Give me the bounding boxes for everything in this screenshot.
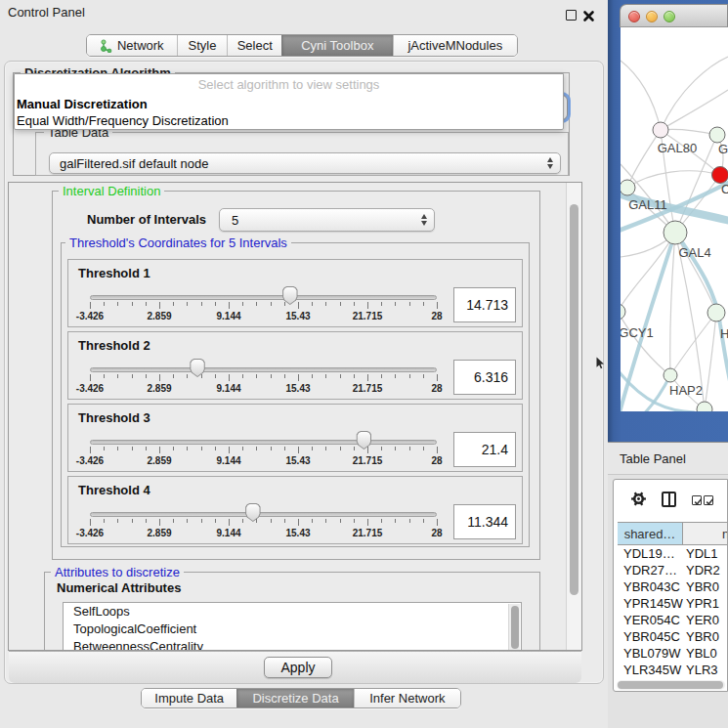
cell-name[interactable]: YPR1 bbox=[683, 595, 727, 612]
table-hscrollbar[interactable] bbox=[617, 680, 725, 690]
network-canvas[interactable]: GAL80 G C GAL11 GAL4 GCY1 H HAP2 bbox=[621, 27, 728, 411]
close-traffic-light[interactable] bbox=[628, 11, 640, 22]
num-intervals-combobox[interactable]: 5 bbox=[219, 208, 435, 232]
tick-label: 28 bbox=[431, 528, 442, 538]
cell-name[interactable]: YLR3 bbox=[683, 662, 727, 678]
list-item[interactable]: TopologicalCoefficient bbox=[64, 621, 521, 638]
node-hap2[interactable] bbox=[664, 368, 677, 382]
tab-style[interactable]: Style bbox=[177, 35, 228, 56]
cell-shared-name[interactable]: YLR345W bbox=[618, 662, 683, 678]
popup-hint: Select algorithm to view settings bbox=[15, 77, 563, 92]
table-rows: YDL19…YDL1YDR27…YDR2YBR043CYBR0YPR145WYP… bbox=[618, 545, 727, 687]
checkbox-icon[interactable] bbox=[692, 495, 702, 505]
checkbox-icon[interactable] bbox=[704, 495, 713, 505]
tab-discretize-data[interactable]: Discretize Data bbox=[236, 689, 353, 707]
tab-infer-network[interactable]: Infer Network bbox=[354, 689, 460, 707]
slider-track[interactable] bbox=[90, 295, 437, 300]
float-window-icon[interactable] bbox=[566, 10, 577, 21]
table-row[interactable]: YDL19…YDL1 bbox=[618, 545, 727, 562]
node-table: shared… na YDL19…YDL1YDR27…YDR2YBR043CYB… bbox=[613, 479, 728, 692]
popup-option-manual[interactable]: Manual Discretization bbox=[17, 95, 561, 112]
tick-label: -3.426 bbox=[76, 383, 104, 394]
table-row[interactable]: YPR145WYPR1 bbox=[618, 595, 727, 612]
apply-button[interactable]: Apply bbox=[264, 657, 332, 678]
table-row[interactable]: YBR045CYBR0 bbox=[618, 628, 727, 645]
network-graph: GAL80 G C GAL11 GAL4 GCY1 H HAP2 bbox=[621, 27, 728, 411]
threshold-value-input[interactable]: 14.713 bbox=[453, 287, 516, 322]
table-row[interactable]: YLR345WYLR3 bbox=[618, 662, 727, 678]
list-scrollbar[interactable] bbox=[508, 604, 520, 651]
split-panel-icon[interactable] bbox=[662, 492, 676, 507]
cell-name[interactable]: YBL0 bbox=[683, 645, 727, 662]
slider-ticks bbox=[90, 447, 437, 454]
tab-cyni-toolbox[interactable]: Cyni Toolbox bbox=[281, 35, 392, 56]
node-g[interactable] bbox=[709, 127, 725, 143]
node-gal80[interactable] bbox=[653, 122, 668, 138]
cell-shared-name[interactable]: YDR27… bbox=[618, 562, 683, 578]
list-item[interactable]: SelfLoops bbox=[64, 603, 521, 621]
table-row[interactable]: YER054CYER0 bbox=[618, 612, 727, 628]
tab-impute-data[interactable]: Impute Data bbox=[142, 689, 236, 707]
zoom-traffic-light[interactable] bbox=[664, 11, 675, 22]
network-window-titlebar[interactable] bbox=[620, 4, 728, 27]
column-header-name[interactable]: na bbox=[683, 523, 727, 544]
minimize-traffic-light[interactable] bbox=[646, 11, 658, 22]
threshold-slider[interactable]: -3.4262.8599.14415.4321.71528 bbox=[90, 477, 437, 545]
column-header-shared-name[interactable]: shared… bbox=[618, 523, 683, 544]
table-row[interactable]: YDR27…YDR2 bbox=[618, 562, 727, 578]
tick-label: 28 bbox=[431, 383, 442, 394]
cell-name[interactable]: YER0 bbox=[683, 612, 727, 628]
settings-scrollbar-thumb[interactable] bbox=[570, 204, 578, 595]
node-h[interactable] bbox=[707, 304, 725, 321]
cell-name[interactable]: YBR0 bbox=[683, 578, 727, 595]
table-row[interactable]: YBR043CYBR0 bbox=[618, 578, 727, 595]
tick-label: 2.859 bbox=[147, 528, 171, 538]
node-gal11[interactable] bbox=[621, 180, 635, 195]
cell-shared-name[interactable]: YBR043C bbox=[618, 578, 683, 595]
slider-tick-labels: -3.4262.8599.14415.4321.71528 bbox=[90, 311, 437, 322]
close-icon[interactable] bbox=[582, 9, 595, 21]
tab-select[interactable]: Select bbox=[227, 35, 281, 56]
threshold-value-input[interactable]: 21.4 bbox=[453, 432, 516, 467]
cell-shared-name[interactable]: YBR045C bbox=[618, 628, 683, 645]
cell-name[interactable]: YBR0 bbox=[683, 628, 727, 645]
cell-shared-name[interactable]: YER054C bbox=[618, 612, 683, 628]
table-row[interactable]: YBL079WYBL0 bbox=[618, 645, 727, 662]
threshold-slider[interactable]: -3.4262.8599.14415.4321.71528 bbox=[90, 405, 437, 473]
node-gcy1[interactable] bbox=[621, 304, 625, 320]
threshold-slider[interactable]: -3.4262.8599.14415.4321.71528 bbox=[90, 332, 437, 401]
thresholds-group: Threshold's Coordinates for 5 Intervals … bbox=[61, 242, 530, 547]
slider-tick-labels: -3.4262.8599.14415.4321.71528 bbox=[90, 528, 437, 539]
attributes-group: Attributes to discretize Numerical Attri… bbox=[44, 572, 540, 651]
threshold-value-input[interactable]: 11.344 bbox=[453, 504, 516, 539]
tab-network[interactable]: Network bbox=[87, 35, 177, 56]
cell-name[interactable]: YDR2 bbox=[683, 562, 727, 578]
table-data-combobox[interactable]: galFiltered.sif default node bbox=[49, 152, 561, 174]
tick-label: 9.144 bbox=[216, 528, 240, 538]
slider-track[interactable] bbox=[90, 440, 437, 445]
gear-icon[interactable] bbox=[630, 491, 647, 511]
settings-scrollbar[interactable] bbox=[566, 183, 581, 650]
tick-label: 15.43 bbox=[285, 528, 310, 538]
list-scrollbar-thumb[interactable] bbox=[511, 606, 519, 649]
tab-label: Infer Network bbox=[369, 691, 445, 706]
list-item[interactable]: BetweennessCentrality bbox=[64, 638, 521, 651]
cell-shared-name[interactable]: YBL079W bbox=[618, 645, 683, 662]
cell-name[interactable]: YDL1 bbox=[683, 545, 727, 562]
slider-track[interactable] bbox=[90, 367, 437, 372]
numerical-attributes-label: Numerical Attributes bbox=[57, 580, 181, 595]
threshold-slider[interactable]: -3.4262.8599.14415.4321.71528 bbox=[90, 260, 437, 328]
tab-jactivemnodules[interactable]: jActiveMNodules bbox=[393, 35, 517, 56]
cell-shared-name[interactable]: YPR145W bbox=[618, 595, 683, 612]
slider-track[interactable] bbox=[90, 512, 437, 517]
popup-option-equal-width[interactable]: Equal Width/Frequency Discretization bbox=[17, 111, 561, 129]
node-bottom[interactable] bbox=[697, 402, 712, 411]
table-hscrollbar-thumb[interactable] bbox=[618, 681, 723, 689]
threshold-row: Threshold 1 -3.4262.8599.14415.4321.7152… bbox=[67, 259, 523, 327]
node-gal4[interactable] bbox=[664, 221, 687, 244]
cell-shared-name[interactable]: YDL19… bbox=[618, 545, 683, 562]
threshold-row: Threshold 2 -3.4262.8599.14415.4321.7152… bbox=[67, 331, 523, 400]
slider-ticks bbox=[90, 519, 437, 527]
threshold-value-input[interactable]: 6.316 bbox=[453, 360, 516, 395]
node-red-selected[interactable] bbox=[712, 167, 728, 184]
